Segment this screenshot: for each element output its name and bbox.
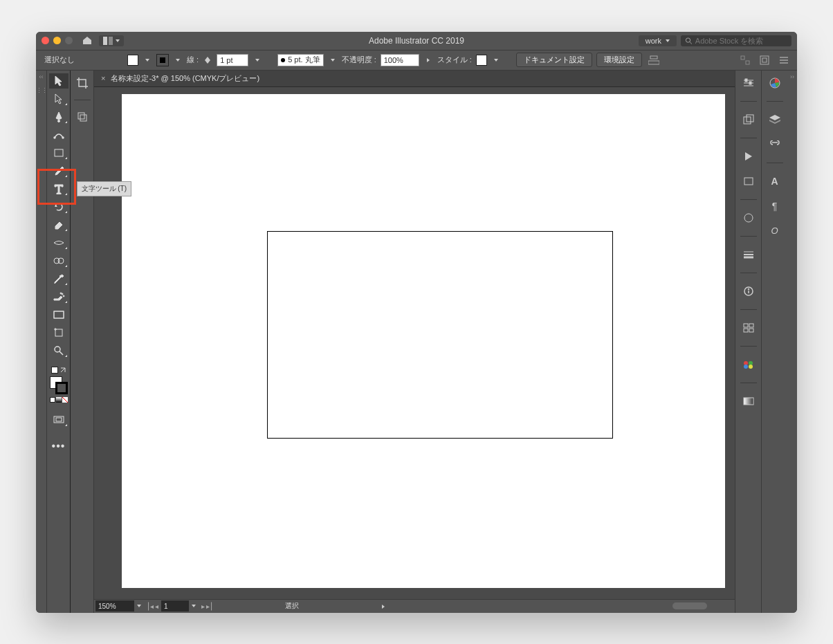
- symbol-sprayer-tool[interactable]: [49, 289, 68, 304]
- zoom-dropdown[interactable]: [134, 601, 144, 611]
- gradient-panel-icon[interactable]: [740, 393, 757, 410]
- character-panel-icon[interactable]: A: [767, 173, 783, 190]
- stroke-dropdown[interactable]: [173, 55, 183, 65]
- workspace-switcher[interactable]: work: [639, 35, 677, 46]
- pen-tool[interactable]: [49, 109, 68, 125]
- first-artboard-icon[interactable]: ⎮◂: [147, 602, 154, 610]
- stroke-panel-icon[interactable]: [740, 246, 757, 263]
- graphic-style-swatch[interactable]: [476, 55, 487, 66]
- stroke-weight-stepper[interactable]: [203, 55, 212, 66]
- stroke-weight-dropdown[interactable]: [253, 55, 262, 65]
- width-tool[interactable]: [49, 235, 68, 250]
- align-panel-icon[interactable]: [740, 320, 757, 336]
- type-tool[interactable]: 文字ツール (T): [49, 181, 68, 196]
- paintbrush-tool[interactable]: [49, 163, 68, 178]
- opacity-input[interactable]: [381, 54, 419, 66]
- svg-rect-22: [54, 311, 64, 318]
- libraries-panel-icon[interactable]: [740, 111, 757, 128]
- fill-stroke-toggle[interactable]: [51, 367, 66, 374]
- rectangle-object[interactable]: [267, 231, 613, 439]
- artboard-number-input[interactable]: 1: [161, 600, 189, 611]
- crop-icon[interactable]: [74, 75, 91, 91]
- fill-stroke-control[interactable]: [50, 376, 68, 394]
- stroke-label: 線 :: [187, 55, 199, 65]
- svg-rect-38: [744, 117, 751, 124]
- svg-point-54: [744, 365, 748, 369]
- next-artboard-icon[interactable]: ▸: [201, 602, 205, 610]
- zoom-tool[interactable]: [49, 343, 68, 358]
- preferences-button[interactable]: 環境設定: [596, 53, 642, 67]
- fill-dropdown[interactable]: [143, 55, 152, 65]
- document-area: × 名称未設定-3* @ 150% (CMYK/プレビュー) 150% ⎮◂ ◂…: [94, 71, 735, 613]
- fill-swatch[interactable]: [127, 55, 138, 66]
- edit-toolbar-button[interactable]: •••: [49, 439, 68, 454]
- align-icon[interactable]: [646, 53, 661, 68]
- maximize-window-button[interactable]: [65, 37, 73, 44]
- status-bar: 150% ⎮◂ ◂ 1 ▸ ▸⎮ 選択: [94, 599, 735, 613]
- canvas-viewport[interactable]: [94, 87, 735, 599]
- none-mode[interactable]: [62, 397, 68, 403]
- screen-mode-tool[interactable]: [49, 412, 68, 427]
- paragraph-panel-icon[interactable]: ¶: [767, 198, 783, 214]
- rectangle-tool[interactable]: [49, 145, 68, 160]
- artboards-panel-icon[interactable]: [740, 173, 757, 190]
- close-window-button[interactable]: [42, 37, 49, 44]
- transform-panel-icon[interactable]: [738, 53, 753, 68]
- brush-selector[interactable]: 5 pt. 丸筆: [277, 54, 323, 66]
- minimize-window-button[interactable]: [53, 37, 61, 44]
- copy-icon[interactable]: [74, 109, 91, 125]
- drag-handle-icon[interactable]: ⋮⋮: [36, 87, 47, 94]
- layers-panel-icon[interactable]: [767, 111, 783, 128]
- color-panel-icon[interactable]: [767, 75, 783, 91]
- shape-builder-tool[interactable]: [49, 253, 68, 268]
- vertical-scrollbar[interactable]: [725, 87, 735, 588]
- gradient-tool[interactable]: [49, 307, 68, 322]
- artboard-dropdown[interactable]: [189, 601, 199, 611]
- stroke-swatch[interactable]: [156, 54, 169, 66]
- svg-line-3: [690, 42, 692, 44]
- brush-dropdown[interactable]: [328, 55, 338, 65]
- home-icon[interactable]: [82, 35, 92, 46]
- collapse-chevrons-icon[interactable]: ››: [790, 73, 794, 80]
- stroke-color[interactable]: [55, 382, 68, 394]
- collapse-chevrons-icon[interactable]: ‹‹: [39, 73, 44, 80]
- document-tab[interactable]: × 名称未設定-3* @ 150% (CMYK/プレビュー): [94, 71, 735, 87]
- status-play-icon[interactable]: [382, 602, 385, 610]
- solid-color-mode[interactable]: [50, 397, 55, 403]
- horizontal-scrollbar-thumb[interactable]: [672, 602, 707, 609]
- swatches-panel-icon[interactable]: [740, 356, 757, 373]
- curvature-tool[interactable]: [49, 127, 68, 142]
- prev-artboard-icon[interactable]: ◂: [155, 602, 158, 610]
- panel-menu-icon[interactable]: [776, 53, 791, 68]
- actions-play-icon[interactable]: [740, 148, 757, 165]
- svg-rect-0: [103, 37, 107, 45]
- document-setup-button[interactable]: ドキュメント設定: [516, 53, 592, 67]
- close-tab-icon[interactable]: ×: [101, 74, 105, 82]
- search-bar[interactable]: [681, 35, 791, 46]
- arrange-documents-button[interactable]: [99, 35, 124, 46]
- eyedropper-tool[interactable]: [49, 271, 68, 286]
- info-panel-icon[interactable]: [740, 283, 757, 300]
- search-input[interactable]: [695, 37, 787, 45]
- artboard[interactable]: [122, 94, 725, 588]
- gradient-mode[interactable]: [56, 397, 62, 403]
- rotate-tool[interactable]: [49, 199, 68, 214]
- opacity-dropdown[interactable]: [423, 55, 433, 65]
- svg-rect-48: [744, 324, 748, 327]
- svg-rect-37: [749, 82, 751, 84]
- properties-panel-icon[interactable]: [740, 75, 757, 91]
- zoom-level-input[interactable]: 150%: [95, 600, 134, 611]
- opentype-panel-icon[interactable]: O: [767, 223, 783, 239]
- svg-point-14: [54, 137, 55, 138]
- stroke-weight-input[interactable]: [217, 54, 248, 66]
- last-artboard-icon[interactable]: ▸⎮: [206, 602, 213, 610]
- workspace-area: work: [639, 35, 791, 46]
- isolate-icon[interactable]: [757, 53, 772, 68]
- links-panel-icon[interactable]: [767, 136, 783, 153]
- appearance-panel-icon[interactable]: [740, 210, 757, 226]
- selection-tool[interactable]: [49, 73, 68, 89]
- style-dropdown[interactable]: [491, 55, 501, 65]
- eraser-tool[interactable]: [49, 217, 68, 232]
- artboard-tool[interactable]: [49, 325, 68, 340]
- direct-selection-tool[interactable]: [49, 91, 68, 107]
